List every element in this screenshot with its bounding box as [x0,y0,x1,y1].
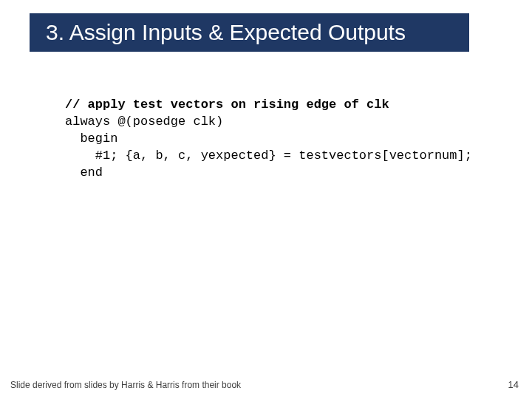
code-line-2: begin [65,132,117,146]
footer-attribution: Slide derived from slides by Harris & Ha… [10,380,241,390]
slide-title: 3. Assign Inputs & Expected Outputs [46,20,406,45]
page-number: 14 [508,379,519,390]
code-line-1: always @(posedge clk) [65,115,223,129]
code-block: // apply test vectors on rising edge of … [65,80,472,182]
slide-title-bar: 3. Assign Inputs & Expected Outputs [30,13,469,52]
code-line-3: #1; {a, b, c, yexpected} = testvectors[v… [65,149,472,163]
code-comment: // apply test vectors on rising edge of … [65,98,389,112]
code-line-4: end [65,166,103,180]
